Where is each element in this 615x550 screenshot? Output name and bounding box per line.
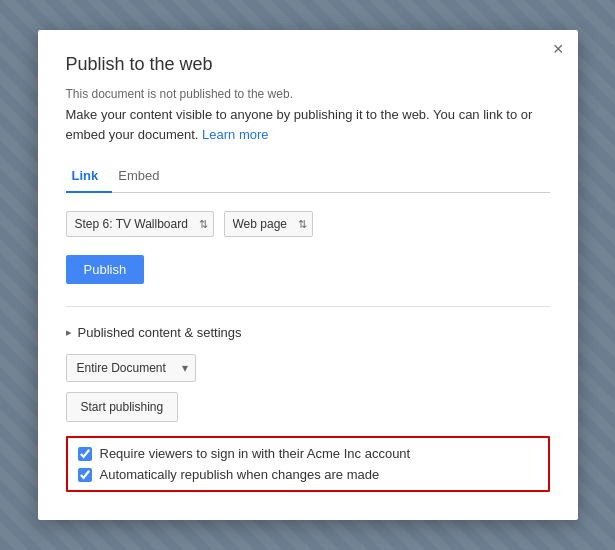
publish-modal: × Publish to the web This document is no… <box>38 30 578 520</box>
require-signin-checkbox[interactable] <box>78 447 92 461</box>
modal-title: Publish to the web <box>66 54 550 75</box>
modal-overlay: × Publish to the web This document is no… <box>0 0 615 550</box>
close-button[interactable]: × <box>553 40 564 58</box>
format-dropdown[interactable]: Web page <box>224 211 313 237</box>
auto-republish-label: Automatically republish when changes are… <box>100 467 380 482</box>
section-title: Published content & settings <box>78 325 242 340</box>
modal-description: Make your content visible to anyone by p… <box>66 105 550 144</box>
tab-link[interactable]: Link <box>66 160 113 193</box>
section-header: ▸ Published content & settings <box>66 325 550 340</box>
format-dropdown-wrapper: Web page <box>224 211 313 237</box>
document-dropdown-wrapper: Entire Document <box>66 354 196 382</box>
not-published-notice: This document is not published to the we… <box>66 87 550 101</box>
checkbox-row-republish: Automatically republish when changes are… <box>78 467 538 482</box>
checkboxes-container: Require viewers to sign in with their Ac… <box>66 436 550 492</box>
divider <box>66 306 550 307</box>
start-publishing-button[interactable]: Start publishing <box>66 392 179 422</box>
step-dropdown-wrapper: Step 6: TV Wallboard <box>66 211 214 237</box>
step-dropdown[interactable]: Step 6: TV Wallboard <box>66 211 214 237</box>
description-text: Make your content visible to anyone by p… <box>66 107 533 142</box>
dropdown-row: Step 6: TV Wallboard Web page <box>66 211 550 237</box>
publish-button[interactable]: Publish <box>66 255 145 284</box>
tab-bar: Link Embed <box>66 160 550 193</box>
collapse-icon[interactable]: ▸ <box>66 326 72 339</box>
auto-republish-checkbox[interactable] <box>78 468 92 482</box>
learn-more-link[interactable]: Learn more <box>202 127 268 142</box>
require-signin-label: Require viewers to sign in with their Ac… <box>100 446 411 461</box>
tab-embed[interactable]: Embed <box>112 160 173 193</box>
checkbox-row-signin: Require viewers to sign in with their Ac… <box>78 446 538 461</box>
document-dropdown[interactable]: Entire Document <box>66 354 196 382</box>
